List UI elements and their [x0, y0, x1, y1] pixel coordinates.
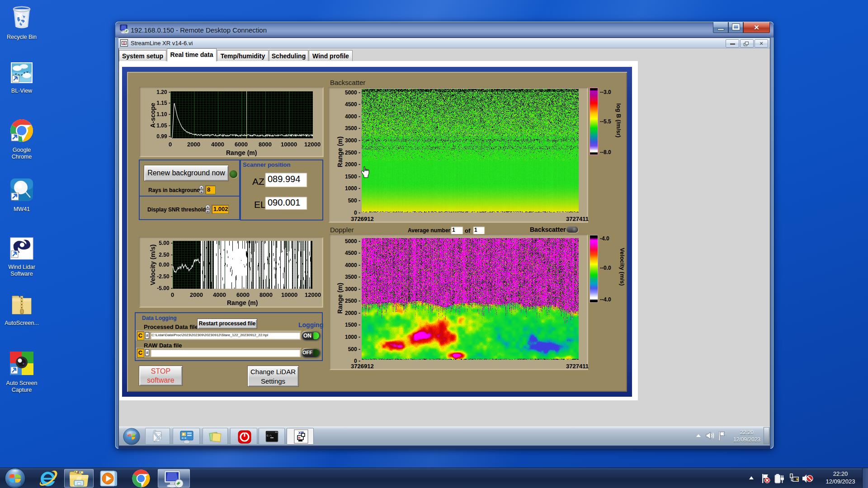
svg-text:C:\: C:\	[267, 434, 272, 437]
